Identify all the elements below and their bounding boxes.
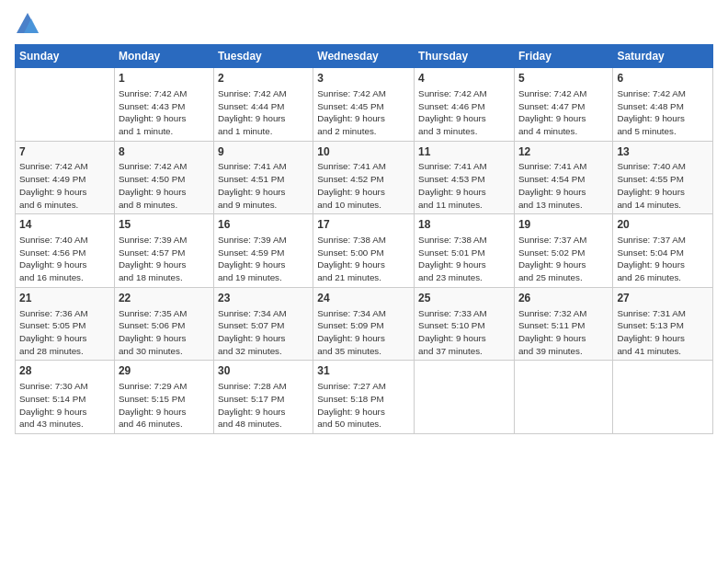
cell-text-line: and 1 minute. (218, 125, 309, 138)
day-number: 7 (19, 144, 110, 160)
cell-text-line: Sunset: 5:06 PM (119, 319, 210, 332)
day-number: 2 (218, 71, 309, 86)
cell-text-line: Daylight: 9 hours (119, 406, 210, 419)
cell-text-line: and 35 minutes. (317, 345, 410, 358)
cell-4-6: 26Sunrise: 7:32 AMSunset: 5:11 PMDayligh… (514, 287, 612, 361)
cell-2-5: 11Sunrise: 7:41 AMSunset: 4:53 PMDayligh… (415, 141, 515, 214)
day-number: 24 (317, 291, 410, 306)
cell-text-line: Sunrise: 7:35 AM (119, 307, 210, 320)
cell-text-line: Sunset: 5:17 PM (218, 393, 309, 406)
cell-text-line: Daylight: 9 hours (418, 332, 510, 345)
cell-text-line: Sunrise: 7:37 AM (518, 234, 609, 247)
cell-text-line: Sunset: 5:02 PM (518, 247, 609, 259)
header-row: SundayMondayTuesdayWednesdayThursdayFrid… (16, 45, 713, 68)
cell-3-5: 18Sunrise: 7:38 AMSunset: 5:01 PMDayligh… (415, 214, 515, 288)
day-number: 16 (218, 217, 309, 233)
cell-text-line: and 46 minutes. (119, 418, 210, 431)
day-number: 27 (617, 291, 709, 306)
week-row-3: 14Sunrise: 7:40 AMSunset: 4:56 PMDayligh… (16, 214, 713, 288)
cell-2-6: 12Sunrise: 7:41 AMSunset: 4:54 PMDayligh… (514, 141, 612, 214)
cell-text-line: Sunset: 4:53 PM (418, 173, 510, 186)
cell-text-line: Sunset: 4:51 PM (218, 173, 309, 186)
cell-text-line: and 19 minutes. (218, 271, 309, 284)
cell-text-line: and 5 minutes. (617, 125, 709, 138)
cell-5-2: 29Sunrise: 7:29 AMSunset: 5:15 PMDayligh… (114, 361, 213, 434)
cell-2-4: 10Sunrise: 7:41 AMSunset: 4:52 PMDayligh… (313, 141, 415, 214)
cell-text-line: Sunrise: 7:42 AM (119, 160, 210, 173)
cell-2-7: 13Sunrise: 7:40 AMSunset: 4:55 PMDayligh… (613, 141, 713, 214)
cell-text-line: and 14 minutes. (617, 199, 709, 212)
cell-text-line: Sunset: 5:18 PM (317, 393, 410, 406)
cell-text-line: and 6 minutes. (19, 199, 110, 212)
cell-4-1: 21Sunrise: 7:36 AMSunset: 5:05 PMDayligh… (16, 287, 115, 361)
cell-text-line: Daylight: 9 hours (617, 112, 709, 125)
cell-text-line: Sunrise: 7:42 AM (518, 87, 609, 100)
cell-text-line: and 50 minutes. (317, 418, 410, 431)
cell-text-line: and 1 minute. (119, 125, 210, 138)
cell-2-2: 8Sunrise: 7:42 AMSunset: 4:50 PMDaylight… (114, 141, 213, 214)
cell-text-line: Sunrise: 7:27 AM (317, 380, 410, 393)
cell-text-line: Sunrise: 7:42 AM (218, 87, 309, 100)
day-number: 12 (518, 144, 609, 160)
cell-text-line: Sunset: 5:14 PM (19, 393, 110, 406)
cell-text-line: Sunset: 4:49 PM (19, 173, 110, 186)
cell-text-line: Daylight: 9 hours (617, 332, 709, 345)
cell-text-line: Sunrise: 7:37 AM (617, 234, 709, 247)
day-number: 21 (19, 291, 110, 306)
cell-text-line: and 2 minutes. (317, 125, 410, 138)
day-number: 9 (218, 144, 309, 160)
cell-text-line: Daylight: 9 hours (518, 259, 609, 271)
cell-text-line: Daylight: 9 hours (218, 186, 309, 199)
cell-2-1: 7Sunrise: 7:42 AMSunset: 4:49 PMDaylight… (16, 141, 115, 214)
cell-text-line: Sunrise: 7:36 AM (19, 307, 110, 320)
cell-5-3: 30Sunrise: 7:28 AMSunset: 5:17 PMDayligh… (213, 361, 313, 434)
cell-text-line: and 11 minutes. (418, 199, 510, 212)
cell-text-line: Sunrise: 7:42 AM (119, 87, 210, 100)
cell-text-line: and 41 minutes. (617, 345, 709, 358)
cell-text-line: Daylight: 9 hours (418, 112, 510, 125)
day-number: 8 (119, 144, 210, 160)
cell-text-line: Sunrise: 7:41 AM (418, 160, 510, 173)
cell-text-line: Daylight: 9 hours (119, 186, 210, 199)
cell-text-line: Sunset: 4:47 PM (518, 100, 609, 113)
cell-text-line: Daylight: 9 hours (518, 112, 609, 125)
cell-text-line: Sunset: 5:10 PM (418, 319, 510, 332)
col-header-wednesday: Wednesday (313, 45, 415, 68)
cell-4-4: 24Sunrise: 7:34 AMSunset: 5:09 PMDayligh… (313, 287, 415, 361)
cell-text-line: Sunrise: 7:38 AM (317, 234, 410, 247)
cell-text-line: and 25 minutes. (518, 271, 609, 284)
week-row-5: 28Sunrise: 7:30 AMSunset: 5:14 PMDayligh… (16, 361, 713, 434)
day-number: 10 (317, 144, 410, 160)
cell-text-line: Sunrise: 7:42 AM (317, 87, 410, 100)
cell-text-line: Sunset: 4:54 PM (518, 173, 609, 186)
cell-text-line: Sunrise: 7:40 AM (617, 160, 709, 173)
cell-text-line: and 26 minutes. (617, 271, 709, 284)
cell-text-line: and 43 minutes. (19, 418, 110, 431)
cell-text-line: Daylight: 9 hours (418, 186, 510, 199)
cell-5-4: 31Sunrise: 7:27 AMSunset: 5:18 PMDayligh… (313, 361, 415, 434)
cell-text-line: Daylight: 9 hours (119, 259, 210, 271)
day-number: 29 (119, 363, 210, 379)
col-header-friday: Friday (514, 45, 612, 68)
cell-text-line: Sunset: 4:55 PM (617, 173, 709, 186)
col-header-sunday: Sunday (16, 45, 115, 68)
day-number: 31 (317, 363, 410, 379)
cell-text-line: Sunrise: 7:33 AM (418, 307, 510, 320)
cell-5-1: 28Sunrise: 7:30 AMSunset: 5:14 PMDayligh… (16, 361, 115, 434)
day-number: 4 (418, 71, 510, 86)
cell-text-line: Sunset: 4:46 PM (418, 100, 510, 113)
cell-text-line: Sunset: 5:13 PM (617, 319, 709, 332)
cell-3-6: 19Sunrise: 7:37 AMSunset: 5:02 PMDayligh… (514, 214, 612, 288)
page: SundayMondayTuesdayWednesdayThursdayFrid… (0, 0, 728, 563)
cell-text-line: Sunrise: 7:30 AM (19, 380, 110, 393)
cell-text-line: Sunset: 5:09 PM (317, 319, 410, 332)
cell-text-line: Sunset: 4:48 PM (617, 100, 709, 113)
cell-text-line: Sunset: 5:05 PM (19, 319, 110, 332)
day-number: 15 (119, 217, 210, 233)
week-row-1: 1Sunrise: 7:42 AMSunset: 4:43 PMDaylight… (16, 68, 713, 142)
cell-text-line: Sunrise: 7:41 AM (518, 160, 609, 173)
cell-text-line: Sunset: 5:04 PM (617, 247, 709, 259)
cell-text-line: Sunset: 5:01 PM (418, 247, 510, 259)
cell-2-3: 9Sunrise: 7:41 AMSunset: 4:51 PMDaylight… (213, 141, 313, 214)
cell-text-line: Sunset: 5:07 PM (218, 319, 309, 332)
